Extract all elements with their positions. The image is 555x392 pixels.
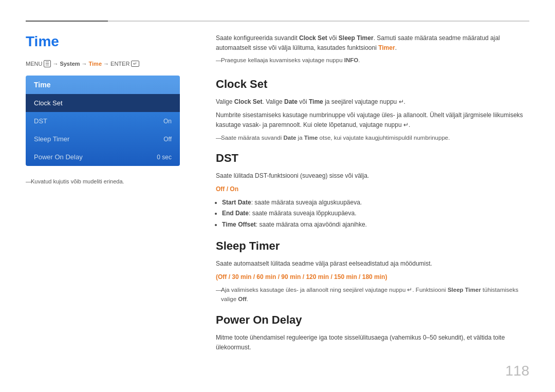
sleep-timer-title: Sleep Timer <box>216 239 529 253</box>
menu-label: MENU <box>26 61 42 67</box>
intro-text: Saate konfigureerida suvandit Clock Set … <box>216 33 529 53</box>
dst-bullet-1: Start Date: saate määrata suveaja algusk… <box>222 197 529 209</box>
page-number: 118 <box>505 363 529 379</box>
clock-set-note: Saate määrata suvandi Date ja Time otse,… <box>216 133 529 142</box>
menu-item-dst[interactable]: DST On <box>26 112 180 130</box>
menu-item-clock-set[interactable]: Clock Set <box>26 94 180 112</box>
dst-bullets: Start Date: saate määrata suveaja algusk… <box>222 197 529 231</box>
sleep-timer-body: Saate automaatselt lülitada seadme välja… <box>216 259 529 269</box>
dst-bullet-3: Time Offset: saate määrata oma ajavööndi… <box>222 219 529 231</box>
menu-icon: ☰ <box>44 60 51 67</box>
left-note: Kuvatud kujutis võib mudeliti erineda. <box>26 178 195 184</box>
power-on-delay-section: Power On Delay Mitme toote ühendamisel r… <box>216 313 529 352</box>
menu-path: MENU ☰ → System → Time → ENTER ↵ <box>26 60 195 67</box>
sleep-timer-options: (Off / 30 min / 60 min / 90 min / 120 mi… <box>216 272 529 282</box>
left-column: Time MENU ☰ → System → Time → ENTER ↵ Ti… <box>26 33 195 184</box>
dst-title: DST <box>216 152 529 165</box>
clock-set-body-1: Valige Clock Set. Valige Date või Time j… <box>216 97 529 107</box>
sleep-timer-note: Aja valimiseks kasutage üles- ja allanoo… <box>216 285 529 304</box>
system-label: System <box>60 61 80 67</box>
sleep-timer-section: Sleep Timer Saate automaatselt lülitada … <box>216 239 529 304</box>
clock-set-label: Clock Set <box>34 99 63 107</box>
power-on-delay-value: 0 sec <box>157 154 172 161</box>
power-on-delay-label: Power On Delay <box>34 153 83 161</box>
clock-set-section: Clock Set Valige Clock Set. Valige Date … <box>216 78 529 142</box>
menu-item-sleep-timer[interactable]: Sleep Timer Off <box>26 130 180 148</box>
clock-set-body-2: Numbrite sisestamiseks kasutage numbrinu… <box>216 110 529 130</box>
time-label: Time <box>89 61 102 67</box>
page-title: Time <box>26 33 195 50</box>
enter-icon: ↵ <box>131 61 139 67</box>
dst-label: DST <box>34 117 47 125</box>
menu-header: Time <box>26 76 180 94</box>
power-on-delay-title: Power On Delay <box>216 313 529 327</box>
sleep-timer-value: Off <box>163 136 172 143</box>
dst-bullet-2: End Date: saate määrata suveaja lõppkuup… <box>222 208 529 219</box>
top-border-accent <box>26 21 108 22</box>
clock-set-title: Clock Set <box>216 78 529 91</box>
sleep-timer-label: Sleep Timer <box>34 135 69 143</box>
dst-options: Off / On <box>216 184 529 194</box>
dst-body: Saate lülitada DST-funktsiooni (suveaeg)… <box>216 171 529 181</box>
menu-box: Time Clock Set DST On Sleep Timer Off Po… <box>26 76 180 166</box>
menu-item-power-on-delay[interactable]: Power On Delay 0 sec <box>26 148 180 166</box>
dst-value: On <box>163 118 172 125</box>
right-column: Saate konfigureerida suvandit Clock Set … <box>216 33 529 359</box>
intro-note: Praeguse kellaaja kuvamiseks vajutage nu… <box>216 57 529 63</box>
dst-section: DST Saate lülitada DST-funktsiooni (suve… <box>216 152 529 230</box>
power-on-delay-body: Mitme toote ühendamisel reguleerige iga … <box>216 333 529 352</box>
